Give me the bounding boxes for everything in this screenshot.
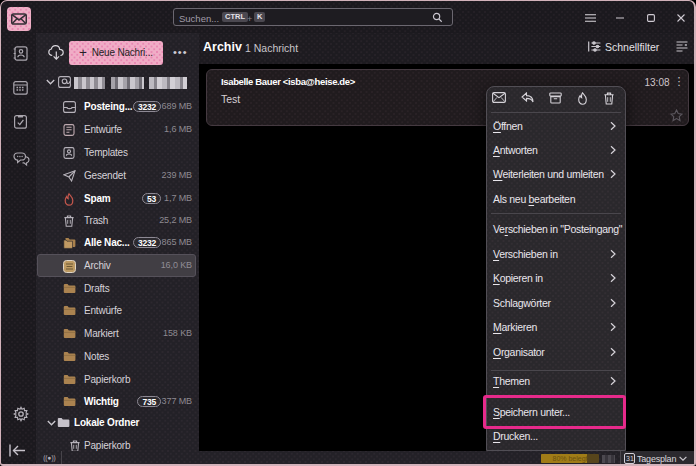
svg-text:31: 31 [626, 455, 634, 462]
